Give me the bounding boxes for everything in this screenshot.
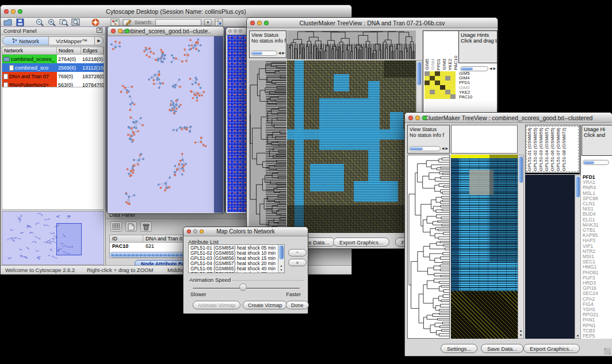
tab-network[interactable]: Network [3,37,49,45]
attribute-item[interactable]: GPL51-07 (GSM868) heat shock 60 min [190,271,277,273]
zoom-selected-icon[interactable] [59,18,68,26]
zoom-button[interactable] [422,116,427,120]
close-button[interactable] [187,229,191,233]
help-lifering-icon[interactable] [91,18,100,26]
zoom-button[interactable] [239,29,242,33]
zoom-button[interactable] [200,229,204,233]
select-attributes-icon[interactable] [110,221,122,232]
tab-overflow-arrow[interactable]: ▶ [95,37,103,45]
new-attribute-icon[interactable] [125,221,137,232]
col-id[interactable]: ID [110,235,143,242]
done-button[interactable]: Done [286,301,309,309]
minimize-button[interactable] [234,29,237,33]
zoom-in-icon[interactable] [47,18,56,26]
zoom-out-icon[interactable] [35,18,44,26]
minimize-button[interactable] [415,116,420,120]
delete-attribute-icon[interactable] [140,221,152,232]
float-panel-icon[interactable] [97,28,102,34]
close-button[interactable] [4,9,9,14]
animate-vizmap-button[interactable]: Animate Vizmap [193,301,240,309]
col-nodes[interactable]: Nodes [57,47,81,54]
vscrollbar-thumb[interactable] [279,246,284,259]
vscrollbar-thumb[interactable] [576,177,580,197]
main-titlebar[interactable]: Cytoscape Desktop (Session Name: collins… [1,5,351,18]
scroll-right-icon[interactable]: ▶ [282,51,285,56]
network-canvas[interactable] [108,36,214,213]
treeview2-titlebar[interactable]: ClusterMaker TreeView : combined_scores_… [405,113,612,123]
column-dendrogram[interactable] [287,30,416,59]
network-table-row[interactable]: combined_scores_2764(0)16218(0) [2,55,104,63]
treeview1-titlebar[interactable]: ClusterMaker TreeView : DNA and Tran 07-… [247,18,498,28]
create-vizmap-button[interactable]: Create Vizmap [243,301,287,309]
settings-button[interactable]: Settings... [441,344,477,353]
scrollbar-track[interactable] [583,160,609,165]
scrollbar-thumb[interactable] [410,147,423,150]
export-graphics-button[interactable]: Export Graphics... [333,237,389,247]
submatrix-heatmap[interactable] [424,71,456,99]
scroll-right-icon[interactable]: ▶ [493,66,496,71]
view-status-scrollbar[interactable]: ◀ ▶ [251,50,285,56]
global-heatmap[interactable] [287,60,416,233]
scrollbar-thumb[interactable] [461,67,473,70]
row-dendrogram[interactable] [249,60,286,233]
vscrollbar-thumb[interactable] [417,62,421,85]
column-dendrogram-area[interactable] [451,125,518,154]
scroll-down-icon[interactable]: ▼ [278,268,284,272]
zoom-fit-icon[interactable] [71,18,81,26]
zoom-button[interactable] [264,21,269,25]
close-button[interactable] [111,29,116,33]
scroll-up-icon[interactable]: ▲ [575,333,580,338]
close-button[interactable] [408,116,413,120]
network-view-titlebar[interactable]: combined_scores_good.txt--cluste... [108,26,224,36]
move-down-button[interactable]: v [288,259,307,266]
attribute-table-icon[interactable] [215,18,224,26]
save-icon[interactable] [16,18,25,26]
network-table-row[interactable]: DNA and Tran 07769(0)183728(0) [2,72,104,81]
save-data-button[interactable]: Save Data... [481,344,523,353]
network-table-row[interactable]: combined_sco2569(6)13112(15) [2,63,104,72]
minimize-button[interactable] [11,9,16,14]
scroll-up-icon[interactable]: ▲ [278,264,284,268]
move-up-button[interactable]: ^ [288,249,307,256]
close-button[interactable] [228,29,232,33]
dialog-titlebar[interactable]: Map Colors to Network [183,227,308,236]
gene-label-list[interactable]: PFD1YRA1RNR4MSL1SPC98CLN1NIS1BUD4ELG1MAK… [583,175,612,339]
search-input[interactable] [155,19,201,26]
zoom-button[interactable] [18,9,22,14]
open-folder-icon[interactable] [3,18,13,26]
resize-grip[interactable] [604,348,611,355]
usage-hints-scrollbar[interactable] [583,159,609,166]
close-button[interactable] [250,21,255,25]
birdseye-view[interactable] [2,211,104,265]
zoomed-heatmap[interactable] [525,175,575,339]
listbox-vscrollbar[interactable]: ▲ ▼ [278,245,284,273]
minimize-button[interactable] [118,29,123,33]
scrollbar-track[interactable] [251,51,277,56]
vizmap-icon[interactable] [110,18,120,26]
attribute-listbox[interactable]: GPL51-01 (GSM854) heat shock 05 minGPL51… [188,244,285,273]
scroll-left-icon[interactable]: ◀ [489,66,492,71]
row-dendrogram[interactable] [407,155,450,339]
heatmap-vscrollbar[interactable]: ▲ ▼ [518,155,524,339]
scroll-left-icon[interactable]: ◀ [278,51,281,56]
search-dropdown-button[interactable]: ▼ [204,19,212,26]
speed-slider-thumb[interactable] [239,283,247,291]
scrollbar-thumb[interactable] [252,52,262,55]
col-edges[interactable]: Edges [81,47,104,54]
export-graphics-button[interactable]: Export Graphics... [523,344,580,353]
zoomed-heatmap-vscrollbar[interactable]: ▲ [575,175,581,339]
vscrollbar-thumb[interactable] [519,156,523,183]
minimize-button[interactable] [257,21,262,25]
view-status-scrollbar[interactable]: ◀ ▶ [409,145,448,152]
scrollbar-track[interactable] [409,146,441,151]
scroll-up-icon[interactable]: ▲ [518,328,523,333]
minimize-button[interactable] [193,229,197,233]
annotation-icon[interactable] [123,18,132,26]
scrollbar-thumb[interactable] [584,161,594,164]
scroll-right-icon[interactable]: ▶ [445,146,448,151]
global-heatmap[interactable] [451,155,518,339]
zoom-button[interactable] [125,29,129,33]
selected-column-labels[interactable]: GPL51-01 (GSM854)GPL51-02 (GSM855)GPL51-… [525,125,580,173]
col-network[interactable]: Network [2,47,57,54]
tab-vizmapper[interactable]: VizMapper™ [49,37,95,45]
